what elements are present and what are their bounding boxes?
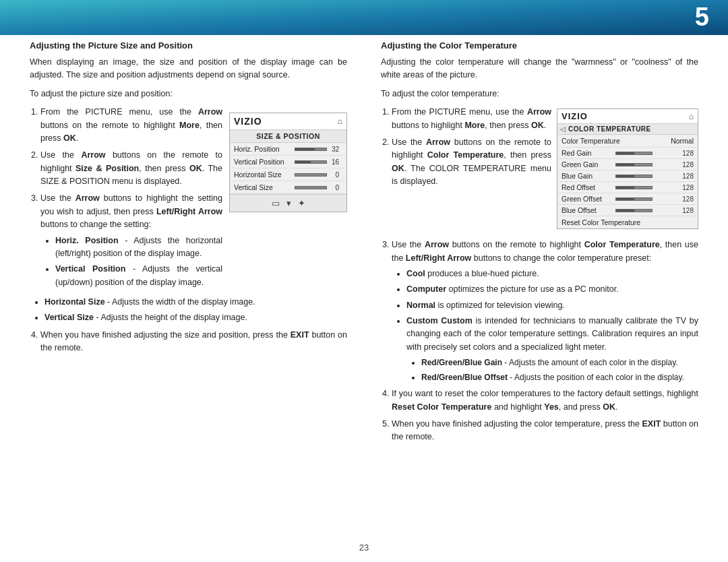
left-step-3: Use the Arrow buttons to highlight the s… [40, 192, 222, 289]
vizio-color-temp-value: Normal [671, 137, 694, 145]
vizio-reset-row: Reset Color Temperature [557, 216, 698, 228]
sub-bullet-gain: Red/Green/Blue Gain - Adjusts the amount… [421, 356, 698, 369]
vizio-color-label-blueoffset: Blue Offset [562, 206, 615, 214]
vizio-color-label-redoffset: Red Offset [562, 183, 615, 191]
left-intro: When displaying an image, the size and p… [30, 56, 347, 82]
vizio-color-label-greenoffset: Green Offset [562, 195, 615, 203]
left-steps-with-menu: From the PICTURE menu, use the Arrow but… [30, 106, 347, 299]
vizio-color-bar-fill-greengain [616, 164, 634, 166]
vizio-header: VIZIO ⌂ [230, 113, 346, 130]
vizio-row-label-hsize: Horizontal Size [234, 170, 295, 179]
vizio-color-top-row: Color Temperature Normal [557, 135, 698, 148]
vizio-row-horiz: Horiz. Position 32 [230, 143, 346, 156]
vizio-color-row-redoffset: Red Offset 128 [557, 182, 698, 193]
right-column: Adjusting the Color Temperature Adjustin… [374, 40, 698, 535]
left-step-4: When you have finished adjusting the siz… [40, 329, 347, 355]
vizio-color-val-redoffset: 128 [680, 184, 694, 191]
vizio-color-bar-fill-redoffset [616, 187, 634, 189]
vizio-row-hsize: Horizontal Size 0 [230, 168, 346, 181]
vizio-color-bar-redgain [615, 152, 653, 155]
bullet-vert-pos: Vertical Position - Adjusts the vertical… [55, 263, 222, 289]
right-step-5: When you have finished adjusting the col… [392, 418, 698, 444]
bullet-horiz-size: Horizontal Size - Adjusts the width of t… [44, 296, 347, 309]
vizio-color-bar-area-bluegain [615, 175, 680, 178]
bullet-horiz-pos: Horiz. Position - Adjusts the horizontal… [55, 235, 222, 261]
vizio-row-value-hsize: 0 [330, 171, 339, 179]
custom-sub-bullets: Red/Green/Blue Gain - Adjusts the amount… [406, 356, 698, 383]
right-step-1: From the PICTURE menu, use the Arrow but… [392, 106, 551, 132]
main-content: Adjusting the Picture Size and Position … [30, 40, 698, 535]
vizio-color-bar-area-greengain [615, 163, 680, 166]
vizio-color-val-bluegain: 128 [680, 173, 694, 180]
vizio-bar-vert [295, 160, 327, 164]
bullet-vert-size: Vertical Size - Adjusts the height of th… [44, 311, 347, 324]
settings-icon: ✦ [298, 198, 305, 208]
right-step-4: If you want to reset the color temperatu… [392, 387, 698, 414]
bullet-computer: Computer optimizes the picture for use a… [406, 283, 698, 296]
vizio-submenu-title: SIZE & POSITION [230, 130, 346, 143]
left-steps-list: From the PICTURE menu, use the Arrow but… [30, 106, 222, 293]
vizio-color-submenu: ◁ COLOR TEMPERATURE [557, 124, 698, 135]
back-arrow-icon: ◁ [560, 125, 566, 133]
vizio-size-position-menu: VIZIO ⌂ SIZE & POSITION Horiz. Position … [229, 113, 347, 212]
vizio-bar-area-horiz: 32 [295, 146, 342, 153]
left-step-intro: To adjust the picture size and position: [30, 88, 347, 100]
right-step-3-bullets: Cool produces a blue-hued picture. Compu… [392, 268, 698, 383]
vizio-color-bar-area-redgain [615, 152, 680, 155]
right-step1-with-menu: From the PICTURE menu, use the Arrow but… [381, 106, 698, 235]
vizio-color-label-redgain: Red Gain [562, 149, 615, 157]
vizio-color-logo: VIZIO [562, 111, 588, 121]
vizio-color-bar-area-greenoffset [615, 197, 680, 201]
top-bar [0, 0, 728, 35]
vizio-bar-area-hsize: 0 [295, 171, 342, 179]
left-column: Adjusting the Picture Size and Position … [30, 40, 354, 535]
vizio-color-row-blueoffset: Blue Offset 128 [557, 205, 698, 216]
right-step-intro: To adjust the color temperature: [381, 88, 698, 100]
vizio-color-label-bluegain: Blue Gain [562, 172, 615, 180]
bullet-cool: Cool produces a blue-hued picture. [406, 268, 698, 280]
vizio-row-label-vsize: Vertical Size [234, 183, 295, 191]
vizio-color-bar-area-redoffset [615, 186, 680, 189]
left-step-2: Use the Arrow buttons on the remote to h… [40, 149, 222, 188]
down-icon: ▾ [286, 198, 291, 208]
vizio-bar-area-vsize: 0 [295, 184, 342, 191]
vizio-color-bar-area-blueoffset [615, 209, 680, 212]
right-steps-continued: Use the Arrow buttons on the remote to h… [381, 239, 698, 444]
vizio-color-bar-blueoffset [615, 209, 653, 212]
home-icon-right: ⌂ [689, 112, 694, 121]
vizio-color-row-redgain: Red Gain 128 [557, 148, 698, 159]
bullet-normal: Normal is optimized for television viewi… [406, 299, 698, 312]
vizio-row-value-horiz: 32 [330, 146, 339, 153]
right-steps-list-top: From the PICTURE menu, use the Arrow but… [381, 106, 551, 192]
left-step-3-bullets: Horiz. Position - Adjusts the horizontal… [40, 235, 222, 290]
vizio-bar-hsize [295, 173, 327, 177]
vizio-color-val-greenoffset: 128 [680, 195, 694, 203]
vizio-color-bar-fill-bluegain [616, 175, 634, 177]
vizio-color-row-greenoffset: Green Offset 128 [557, 193, 698, 205]
vizio-row-value-vsize: 0 [330, 184, 339, 191]
vizio-color-val-blueoffset: 128 [680, 207, 694, 214]
vizio-color-row-bluegain: Blue Gain 128 [557, 170, 698, 182]
right-section-title: Adjusting the Color Temperature [381, 40, 698, 51]
right-step-2: Use the Arrow buttons on the remote to h… [392, 136, 551, 189]
left-bullets-continued: Horizontal Size - Adjusts the width of t… [30, 296, 347, 325]
vizio-row-label-vert: Vertical Position [234, 158, 295, 166]
vizio-color-temp-menu: VIZIO ⌂ ◁ COLOR TEMPERATURE Color Temper… [557, 108, 698, 229]
vizio-color-bar-redoffset [615, 186, 653, 189]
vizio-color-label-greengain: Green Gain [562, 160, 615, 168]
vizio-row-vsize: Vertical Size 0 [230, 181, 346, 194]
vizio-color-header: VIZIO ⌂ [557, 109, 698, 124]
vizio-row-vert: Vertical Position 16 [230, 156, 346, 168]
vizio-color-val-greengain: 128 [680, 161, 694, 168]
vizio-color-bar-greengain [615, 163, 653, 166]
vizio-logo: VIZIO [234, 116, 262, 127]
vizio-color-bar-fill-blueoffset [616, 210, 634, 212]
page-number-top: 5 [695, 4, 709, 30]
left-steps-continued: When you have finished adjusting the siz… [30, 329, 347, 355]
vizio-color-bar-fill-redgain [616, 152, 634, 154]
vizio-color-submenu-title: COLOR TEMPERATURE [568, 125, 651, 133]
vizio-bar-horiz [295, 148, 327, 151]
vizio-bar-fill-horiz [295, 148, 315, 150]
home-icon: ⌂ [338, 117, 342, 126]
right-step-3: Use the Arrow buttons on the remote to h… [392, 239, 698, 383]
